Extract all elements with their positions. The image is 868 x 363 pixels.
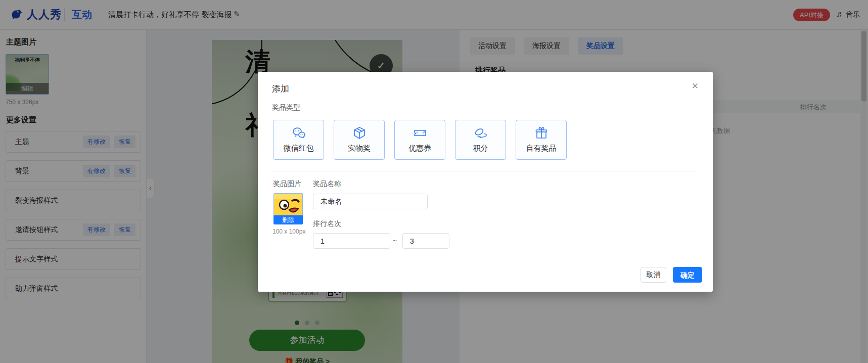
type-label: 自有奖品 [526, 144, 557, 153]
close-icon[interactable]: ✕ [692, 82, 699, 90]
cancel-button[interactable]: 取消 [641, 267, 666, 283]
type-card-own-prize[interactable]: 自有奖品 [516, 120, 567, 160]
wechat-icon [292, 126, 306, 140]
type-label: 微信红包 [284, 144, 314, 153]
type-label: 优惠券 [408, 144, 431, 153]
confirm-button[interactable]: 确定 [673, 267, 702, 283]
add-prize-dialog: 添加 ✕ 奖品类型 微信红包 实物奖 [258, 72, 713, 292]
type-card-coupon[interactable]: 优惠券 [394, 120, 445, 160]
delete-image-button[interactable]: 删除 [273, 215, 303, 224]
prize-name-label: 奖品名称 [313, 179, 341, 189]
emoji-face-image [274, 194, 303, 215]
type-card-physical-prize[interactable]: 实物奖 [334, 120, 385, 160]
type-label: 积分 [473, 144, 488, 153]
type-card-wechat-redpacket[interactable]: 微信红包 [273, 120, 324, 160]
prize-image-label: 奖品图片 [273, 179, 301, 189]
type-card-points[interactable]: 积分 [455, 120, 506, 160]
type-label: 实物奖 [348, 144, 371, 153]
rank-tilde: ~ [393, 237, 397, 245]
rank-from-input[interactable] [313, 233, 390, 249]
rank-to-input[interactable] [402, 233, 449, 249]
dialog-title: 添加 [272, 83, 289, 95]
rank-range-label: 排行名次 [313, 219, 341, 229]
box-icon [352, 126, 367, 140]
prize-image-thumbnail[interactable] [273, 193, 303, 215]
coins-icon [473, 126, 488, 140]
prize-type-label: 奖品类型 [272, 103, 300, 112]
gift-icon [534, 126, 549, 140]
ticket-icon [413, 126, 427, 140]
image-size-hint: 100 x 100px [272, 228, 305, 235]
prize-type-options: 微信红包 实物奖 优惠券 积分 [273, 120, 567, 160]
divider [272, 171, 699, 171]
prize-name-input[interactable] [313, 194, 428, 209]
